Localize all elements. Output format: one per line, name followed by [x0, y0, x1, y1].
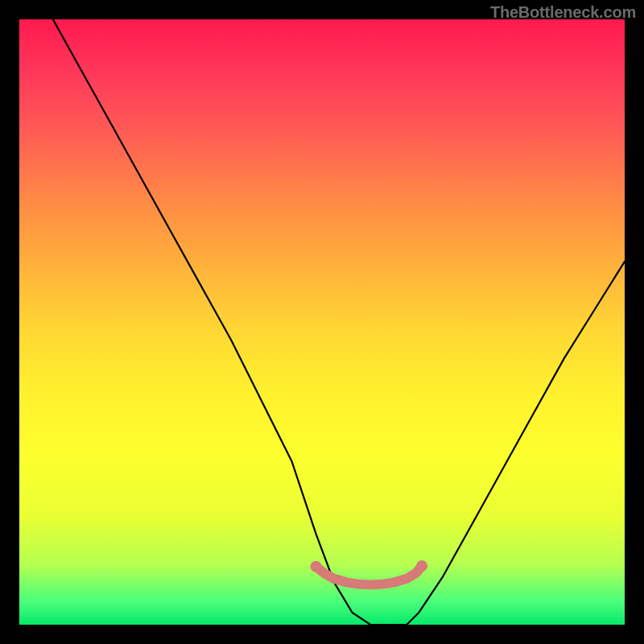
bottleneck-curve-path: [19, 19, 625, 625]
optimal-marker-path: [316, 566, 422, 584]
optimal-marker-start: [310, 561, 321, 572]
chart-frame: TheBottleneck.com: [0, 0, 644, 644]
attribution-label: TheBottleneck.com: [490, 3, 636, 22]
optimal-marker-end: [416, 560, 427, 572]
curve-layer: [19, 19, 625, 625]
plot-area: [19, 19, 625, 625]
